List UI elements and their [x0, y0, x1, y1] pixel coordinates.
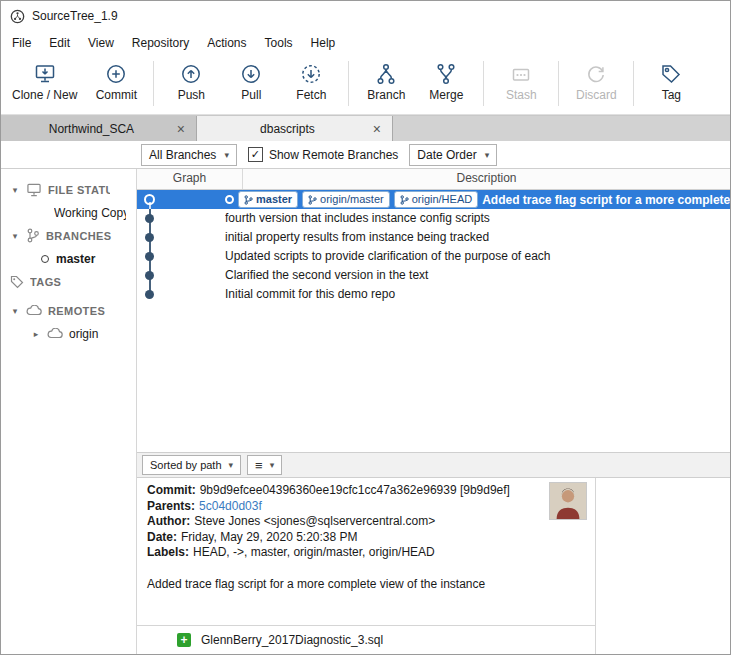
labels-value: HEAD, ->, master, origin/master, origin/… [193, 545, 435, 559]
tag-button[interactable]: Tag [641, 57, 701, 105]
menu-file[interactable]: File [3, 33, 40, 53]
discard-button: Discard [566, 57, 626, 105]
commit-description: Clarified the second version in the text [225, 266, 728, 285]
cloud-icon [47, 328, 63, 339]
changed-file-list: + GlennBerry_2017Diagnostic_3.sql [137, 625, 595, 654]
branch-badge-master[interactable]: master [238, 191, 298, 208]
branch-button[interactable]: Branch [356, 57, 416, 105]
commit-row[interactable]: Updated scripts to provide clarification… [137, 247, 730, 266]
menu-tools[interactable]: Tools [256, 33, 302, 53]
sidebar-item-origin[interactable]: ▸ origin [1, 322, 136, 345]
close-icon[interactable]: × [370, 122, 384, 136]
push-button[interactable]: Push [161, 57, 221, 105]
show-remote-branches-checkbox[interactable]: ✓ [248, 147, 263, 162]
check-icon: ✓ [251, 149, 260, 160]
sidebar-section-label: TAGS [30, 276, 61, 288]
chevron-down-icon: ▾ [270, 460, 275, 470]
tab-dbascripts[interactable]: dbascripts × [197, 116, 393, 141]
clone-icon [33, 60, 57, 87]
chevron-down-icon: ▾ [10, 231, 20, 241]
badge-label: master [256, 194, 292, 205]
clone-new-button[interactable]: Clone / New [3, 57, 86, 105]
commit-node-icon [145, 290, 154, 299]
close-icon[interactable]: × [174, 122, 188, 136]
toolbar-label: Push [178, 88, 205, 102]
sidebar-item-label: master [56, 252, 95, 266]
monitor-icon [26, 183, 42, 197]
window-title: SourceTree_1.9 [32, 9, 118, 23]
branch-badge-origin-head[interactable]: origin/HEAD [394, 191, 479, 208]
commit-info-pane: Commit:9b9d9efcee04396360ee19cfc1cc47a36… [137, 478, 596, 654]
sidebar-item-master[interactable]: master [1, 247, 136, 270]
merge-icon [434, 60, 458, 87]
branch-icon [308, 195, 317, 205]
tag-icon [10, 275, 24, 289]
merge-button[interactable]: Merge [416, 57, 476, 105]
menu-actions[interactable]: Actions [198, 33, 255, 53]
discard-icon [584, 60, 608, 87]
parents-label: Parents: [147, 499, 195, 513]
labels-label: Labels: [147, 545, 189, 559]
sidebar-section-tags[interactable]: TAGS [1, 270, 136, 293]
commit-row-content: master origin/master origin/HEAD Added t… [225, 190, 730, 209]
toolbar-separator [348, 61, 349, 106]
author-label: Author: [147, 514, 190, 528]
sidebar-section-file-status[interactable]: ▾ FILE STATUS [1, 178, 136, 201]
parent-commit-link[interactable]: 5c04d0d03f [199, 499, 262, 513]
view-options-dropdown[interactable]: ≡ ▾ [247, 455, 282, 475]
commit-description: Added trace flag script for a more compl… [482, 193, 730, 207]
commit-description: initial property results from instance b… [225, 228, 728, 247]
chevron-down-icon: ▾ [10, 185, 20, 195]
stash-button: Stash [491, 57, 551, 105]
commit-label: Commit: [147, 483, 196, 497]
sidebar-item-working-copy[interactable]: Working Copy [1, 201, 136, 224]
graph-table-header: Graph Description [137, 169, 730, 190]
pull-button[interactable]: Pull [221, 57, 281, 105]
commit-node-icon [145, 271, 154, 280]
tab-northwind-sca[interactable]: Northwind_SCA × [1, 116, 197, 141]
toolbar-label: Discard [576, 88, 617, 102]
commit-node-icon [144, 194, 155, 205]
toolbar-label: Fetch [296, 88, 326, 102]
commit-node-icon [145, 214, 154, 223]
menu-help[interactable]: Help [302, 33, 345, 53]
file-sort-value: Sorted by path [150, 459, 222, 471]
show-remote-branches-label: Show Remote Branches [269, 148, 398, 162]
toolbar-separator [633, 61, 634, 106]
commit-button[interactable]: Commit [86, 57, 146, 105]
repo-tab-bar: Northwind_SCA × dbascripts × [1, 115, 730, 141]
menu-bar: File Edit View Repository Actions Tools … [1, 31, 730, 54]
changed-file-name[interactable]: GlennBerry_2017Diagnostic_3.sql [201, 633, 383, 647]
commit-row[interactable]: initial property results from instance b… [137, 228, 730, 247]
main-toolbar: Clone / New Commit Push Pull Fetch [1, 54, 730, 115]
sort-order-value: Date Order [417, 148, 476, 162]
branch-filter-dropdown[interactable]: All Branches ▾ [141, 144, 237, 166]
commit-row-selected[interactable]: master origin/master origin/HEAD Added t… [137, 190, 730, 209]
hamburger-icon: ≡ [255, 459, 263, 472]
commit-description: fourth version that includes instance co… [225, 209, 728, 228]
commit-row[interactable]: Clarified the second version in the text [137, 266, 730, 285]
file-sort-dropdown[interactable]: Sorted by path ▾ [142, 455, 241, 475]
sidebar-section-branches[interactable]: ▾ BRANCHES [1, 224, 136, 247]
sidebar-section-label: FILE STATUS [48, 184, 110, 196]
toolbar-separator [558, 61, 559, 106]
filter-bar: All Branches ▾ ✓ Show Remote Branches Da… [1, 141, 730, 169]
toolbar-separator [153, 61, 154, 106]
menu-edit[interactable]: Edit [40, 33, 79, 53]
sidebar-section-remotes[interactable]: ▾ REMOTES [1, 299, 136, 322]
file-added-status-icon: + [177, 633, 191, 647]
main-pane: Graph Description master [136, 169, 730, 654]
branch-badge-origin-master[interactable]: origin/master [302, 191, 390, 208]
commit-row[interactable]: Initial commit for this demo repo [137, 285, 730, 304]
fetch-button[interactable]: Fetch [281, 57, 341, 105]
commit-row[interactable]: fourth version that includes instance co… [137, 209, 730, 228]
commit-hash-line: Commit:9b9d9efcee04396360ee19cfc1cc47a36… [147, 483, 585, 499]
commit-icon [104, 60, 128, 87]
menu-view[interactable]: View [79, 33, 123, 53]
sort-order-dropdown[interactable]: Date Order ▾ [409, 144, 497, 166]
pull-icon [239, 60, 263, 87]
body: ▾ FILE STATUS Working Copy ▾ BRANCHES ma… [1, 169, 730, 654]
author-value: Steve Jones <sjones@sqlservercentral.com… [194, 514, 435, 528]
toolbar-separator [483, 61, 484, 106]
menu-repository[interactable]: Repository [123, 33, 198, 53]
